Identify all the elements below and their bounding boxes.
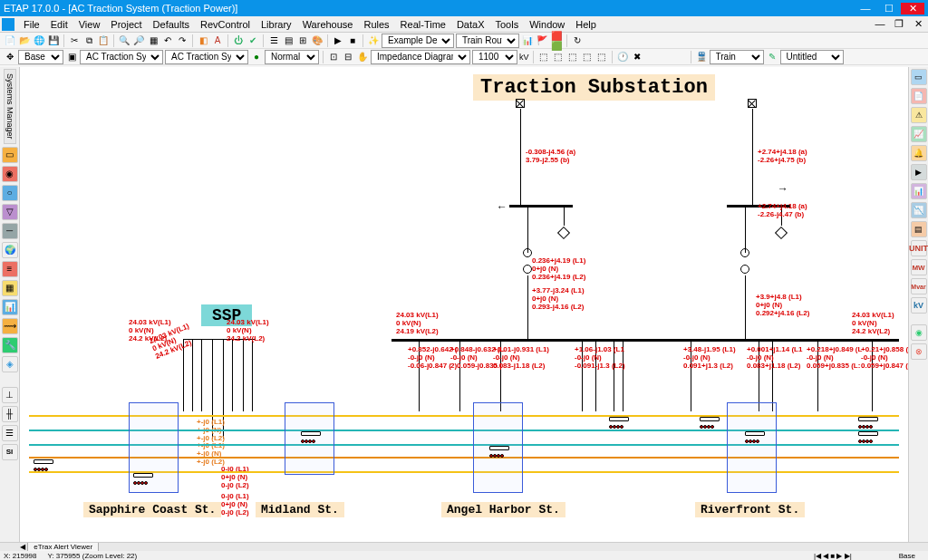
menu-window[interactable]: Window [524,19,570,30]
train-combo[interactable]: Train [710,50,764,64]
menu-library[interactable]: Library [256,19,297,30]
menu-help[interactable]: Help [570,19,602,30]
pen-icon[interactable]: ✎ [766,51,778,63]
right-alarm-icon[interactable]: 🔔 [911,145,927,161]
menu-revcontrol[interactable]: RevControl [195,19,256,30]
right-unit-icon[interactable]: UNIT [911,240,927,256]
right-report-icon[interactable]: 📄 [911,88,927,104]
right-warn-icon[interactable]: ⚠ [911,107,927,123]
zoom-combo[interactable]: 1100 [472,50,517,64]
base-combo[interactable]: Base [18,50,63,64]
right-chart2-icon[interactable]: 📉 [911,202,927,218]
marker4-icon[interactable]: ⬚ [581,51,594,63]
side-sym2-icon[interactable]: ╫ [2,406,18,422]
train-4[interactable] [489,446,509,455]
systems-manager-tab[interactable]: Systems Manager [4,69,16,144]
right-results-icon[interactable]: ▤ [911,221,927,237]
menu-project[interactable]: Project [105,19,147,30]
side-chart-icon[interactable]: 📊 [2,299,18,315]
power-icon[interactable]: ⏻ [232,34,245,47]
diagram-canvas[interactable]: Traction Substation SSP -0.308-j4.56 (a)… [20,67,908,542]
menu-realtime[interactable]: Real-Time [395,19,451,30]
train-9[interactable] [858,431,878,440]
diamond-left[interactable] [557,227,570,239]
layer-icon[interactable]: ▣ [65,51,78,63]
circle-left[interactable] [523,248,532,257]
side-layers-icon[interactable]: ≡ [2,261,18,277]
station-box-4[interactable] [727,402,777,493]
diagram-icon[interactable]: ⊡ [327,51,340,63]
font-icon[interactable]: A [211,34,224,47]
right-plot-icon[interactable]: 📈 [911,126,927,142]
refresh-icon[interactable]: ↻ [571,34,584,47]
new-icon[interactable]: 📄 [4,34,16,47]
circle-right2[interactable] [740,265,749,274]
delete-icon[interactable]: ✖ [631,51,643,63]
hand-icon[interactable]: ✋ [356,51,369,63]
main-feeder-bus[interactable] [392,339,899,342]
maximize-button[interactable]: ☐ [877,3,901,14]
right-mw-icon[interactable]: MW [911,259,927,275]
menu-edit[interactable]: Edit [45,19,73,30]
config1-combo[interactable]: AC Traction System [80,50,163,64]
train-7[interactable] [745,431,765,440]
train-6[interactable] [700,417,720,426]
nav-controls[interactable]: |◀ ◀ ■ ▶ ▶| [814,552,852,560]
source-symbol-left[interactable] [516,99,525,108]
side-si-icon[interactable]: SI [2,444,18,460]
save-icon[interactable]: 💾 [47,34,60,47]
train-1[interactable] [34,459,53,468]
globe-icon[interactable]: 🌐 [33,34,45,47]
train-3[interactable] [301,431,321,440]
view2-icon[interactable]: ⊟ [342,51,354,63]
right-display-icon[interactable]: ▭ [911,69,927,85]
doc-close[interactable]: ✕ [910,18,926,30]
grid-icon[interactable]: ▦ [147,34,160,47]
filter-icon[interactable]: ▤ [282,34,295,47]
minimize-button[interactable]: — [854,3,877,14]
cut-icon[interactable]: ✂ [68,34,81,47]
side-tool-icon[interactable]: 🔧 [2,337,18,353]
example-combo[interactable]: Example Default [382,34,454,48]
play-icon[interactable]: ▶ [332,34,344,47]
paste-icon[interactable]: 📋 [97,34,110,47]
side-cable-icon[interactable]: ─ [2,223,18,239]
menu-tools[interactable]: Tools [490,19,525,30]
route-combo[interactable]: Train Route [456,34,519,48]
flag-icon[interactable]: 🚩 [536,34,548,47]
side-earth-icon[interactable]: 🌍 [2,242,18,258]
side-load-icon[interactable]: ▽ [2,204,18,220]
side-cube-icon[interactable]: ◈ [2,356,18,372]
menu-rules[interactable]: Rules [358,19,394,30]
circle-left2[interactable] [523,265,532,274]
marker3-icon[interactable]: ⬚ [566,51,579,63]
menu-file[interactable]: File [18,19,45,30]
train-icon[interactable]: 🚆 [695,51,708,63]
paint-icon[interactable]: 🎨 [311,34,324,47]
marker5-icon[interactable]: ⬚ [595,51,608,63]
copy-icon[interactable]: ⧉ [82,34,95,47]
undo-icon[interactable]: ↶ [161,34,174,47]
clock-icon[interactable]: 🕐 [616,51,629,63]
side-map-icon[interactable]: ▦ [2,280,18,296]
side-gen-icon[interactable]: ○ [2,185,18,201]
check-icon[interactable]: ✔ [246,34,259,47]
side-sym1-icon[interactable]: ⊥ [2,387,18,403]
diagram-type-combo[interactable]: Impedance Diagram [371,50,470,64]
palette-icon[interactable]: 🟥🟩 [550,34,563,47]
zoom-in-icon[interactable]: 🔍 [118,34,130,47]
side-bus-icon[interactable]: ▭ [2,147,18,163]
close-button[interactable]: ✕ [901,3,924,14]
doc-restore[interactable]: ❐ [891,18,907,30]
train-5[interactable] [609,417,629,426]
color-icon[interactable]: ◧ [197,34,209,47]
wand-icon[interactable]: ✨ [367,34,380,47]
menu-warehouse[interactable]: Warehouse [297,19,359,30]
menu-view[interactable]: View [73,19,106,30]
marker2-icon[interactable]: ⬚ [552,51,565,63]
side-motor-icon[interactable]: ◉ [2,166,18,182]
side-sym3-icon[interactable]: ☰ [2,425,18,441]
source-symbol-right[interactable] [748,99,757,108]
pointer-icon[interactable]: ✥ [4,51,16,63]
right-kv-icon[interactable]: kV [911,297,927,314]
